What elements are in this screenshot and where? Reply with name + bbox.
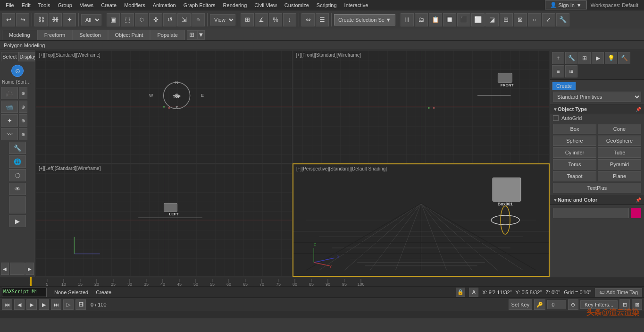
modifier-icon-btn[interactable]: 🔧	[9, 142, 26, 154]
menu-create[interactable]: Create	[97, 1, 120, 9]
scroll-right-btn[interactable]: ▶	[25, 263, 34, 275]
menu-interactive[interactable]: Interactive	[341, 1, 372, 9]
extra-ctrl-2[interactable]: ⊠	[632, 299, 642, 310]
view-select[interactable]: View	[210, 14, 235, 26]
link-button[interactable]: ⛓	[34, 13, 48, 26]
rp-modify-icon[interactable]: 🔧	[565, 52, 577, 64]
name-color-header[interactable]: ▼ Name and Color 📌	[550, 195, 644, 205]
name-color-input[interactable]	[553, 208, 629, 218]
obj-btn-box[interactable]: Box	[553, 124, 596, 134]
menu-modifiers[interactable]: Modifiers	[120, 1, 149, 9]
object-type-header[interactable]: ▼ Object Type 📌	[550, 104, 644, 114]
select-region-button[interactable]: ⬚	[121, 13, 134, 26]
menu-group[interactable]: Group	[54, 1, 76, 9]
shape-icon-btn[interactable]: 〰	[1, 128, 18, 140]
display-icon-btn[interactable]: 👁	[9, 183, 26, 195]
viewport-front[interactable]: [+][Front][Standard][Wireframe] FRONT	[293, 50, 550, 163]
redo-button[interactable]: ↪	[16, 13, 29, 26]
tab-populate[interactable]: Populate	[150, 30, 184, 40]
extra-btn-3[interactable]: ◪	[485, 13, 499, 26]
filter-select[interactable]: All	[81, 14, 101, 26]
utility-icon-btn[interactable]	[9, 196, 26, 213]
snap-toggle-button[interactable]: ⊞	[241, 13, 254, 26]
extra-btn-6[interactable]: ↔	[528, 13, 541, 26]
layer-mgr-button[interactable]: 🗂	[415, 13, 428, 26]
named-sel-button[interactable]: |||	[401, 13, 414, 26]
scene-explorer-button[interactable]: 📋	[429, 13, 442, 26]
menu-edit[interactable]: Edit	[18, 1, 34, 9]
obj-btn-cone[interactable]: Cone	[598, 124, 641, 134]
extra-btn-2[interactable]: ⬜	[471, 13, 485, 26]
extra-btn-8[interactable]: 🔧	[556, 13, 569, 26]
extra-btn-7[interactable]: ⤢	[542, 13, 555, 26]
tab-options-button[interactable]: ⊞	[187, 30, 197, 40]
rp-extra-icon[interactable]: ≡	[552, 65, 564, 77]
play-btn[interactable]: ▶	[26, 299, 37, 310]
helper-icon-btn[interactable]: ✦	[1, 114, 18, 127]
obj-btn-sphere[interactable]: Sphere	[553, 136, 596, 146]
rp-motion-icon[interactable]: ▶	[592, 52, 604, 64]
tab-selection[interactable]: Selection	[72, 30, 108, 40]
extra-btn-1[interactable]: ⬛	[457, 13, 470, 26]
obj-btn-pyramid[interactable]: Pyramid	[598, 159, 641, 170]
create-selection-button[interactable]: Create Selection Se ▼	[334, 14, 395, 26]
set-key-mode-btn[interactable]: Set Key	[509, 299, 532, 310]
percent-snap-button[interactable]: %	[269, 13, 282, 26]
obj-btn-textplus[interactable]: TextPlus	[553, 183, 641, 193]
rp-create-icon[interactable]: +	[552, 52, 564, 64]
unlink-button[interactable]: ⛓	[49, 13, 62, 26]
color-swatch[interactable]	[631, 208, 641, 218]
key-time-increment-btn[interactable]: ⊕	[568, 299, 578, 310]
add-time-tag-button[interactable]: 🏷 Add Time Tag	[595, 288, 642, 297]
obj-btn-teapot[interactable]: Teapot	[553, 171, 596, 181]
motion-icon-btn[interactable]: ⬡	[9, 169, 26, 181]
anim-icon-btn[interactable]: ▶	[9, 215, 26, 227]
bone-tools-button[interactable]: ✦	[63, 13, 76, 26]
video-icon-btn[interactable]: 📹	[1, 101, 18, 113]
scene-icon-btn[interactable]: ⊙	[11, 65, 24, 77]
key-filters-button[interactable]: Key Filters...	[580, 300, 618, 309]
extra-btn-4[interactable]: ⊞	[500, 13, 513, 26]
geo-icon-btn[interactable]: 🌐	[9, 155, 26, 168]
obj-btn-torus[interactable]: Torus	[553, 159, 596, 170]
move-button[interactable]: ✜	[149, 13, 162, 26]
obj-btn-tube[interactable]: Tube	[598, 147, 641, 158]
primitive-type-dropdown[interactable]: Standard Primitives	[553, 92, 641, 102]
menu-animation[interactable]: Animation	[149, 1, 180, 9]
goto-start-btn[interactable]: ⏮	[2, 299, 12, 310]
play-options-btn[interactable]: ▷	[63, 299, 74, 310]
mirror-button[interactable]: ⇔	[301, 13, 315, 26]
menu-views[interactable]: Views	[76, 1, 97, 9]
spinner-snap-button[interactable]: ↕	[283, 13, 296, 26]
menu-file[interactable]: File	[2, 1, 18, 9]
viewport-top[interactable]: [+][Top][Standard][Wireframe] N E S	[35, 50, 293, 163]
small-icon-3[interactable]: ⊕	[19, 114, 27, 127]
obj-btn-geosphere[interactable]: GeoSphere	[598, 136, 641, 146]
sign-in-button[interactable]: 👤 Sign In ▼	[545, 0, 587, 9]
undo-button[interactable]: ↩	[2, 13, 15, 26]
align-button[interactable]: ☰	[316, 13, 329, 26]
select-button[interactable]: ▣	[107, 13, 120, 26]
maxscript-mini[interactable]: MAXScript Mi	[2, 288, 47, 297]
obj-btn-cylinder[interactable]: Cylinder	[553, 147, 596, 158]
next-frame-btn[interactable]: ▶	[39, 299, 49, 310]
display-floater-button[interactable]: 🔲	[443, 13, 456, 26]
prev-frame-btn[interactable]: ◀	[14, 299, 25, 310]
tab-arrow-button[interactable]: ▼	[197, 30, 205, 40]
scroll-left-btn[interactable]: ◀	[1, 263, 9, 275]
ref-coord-button[interactable]: ⊕	[192, 13, 205, 26]
obj-btn-plane[interactable]: Plane	[598, 171, 641, 181]
tab-modeling[interactable]: Modeling	[2, 30, 37, 40]
rp-utility-icon[interactable]: 🔨	[618, 52, 630, 64]
menu-tools[interactable]: Tools	[34, 1, 54, 9]
rp-hierarchy-icon[interactable]: ⊞	[578, 52, 591, 64]
menu-customize[interactable]: Customize	[281, 1, 313, 9]
menu-graph-editors[interactable]: Graph Editors	[180, 1, 219, 9]
rp-tab-create[interactable]: Create	[552, 82, 576, 90]
set-key-btn[interactable]: 🔑	[534, 299, 545, 310]
lock-icon-btn[interactable]: 🔒	[456, 288, 465, 297]
left-tab-display[interactable]: Display	[18, 52, 35, 61]
rp-extra-icon-2[interactable]: ≋	[565, 65, 577, 77]
angle-snap-button[interactable]: ∡	[255, 13, 268, 26]
extra-btn-5[interactable]: ⊠	[514, 13, 527, 26]
